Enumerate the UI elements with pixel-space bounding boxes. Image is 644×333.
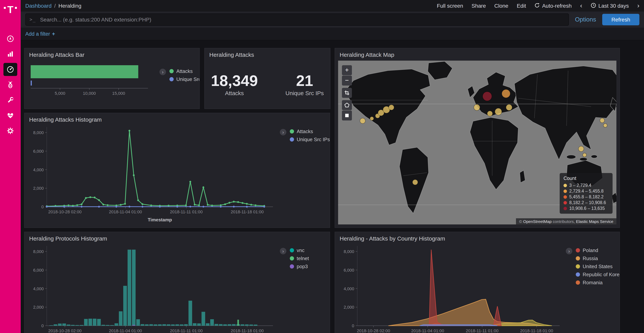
openstreetmap-link[interactable]: OpenStreetMap — [523, 219, 552, 224]
compass-icon — [6, 35, 14, 43]
legend-item[interactable]: Unique Src IPs — [170, 76, 200, 82]
svg-text:2018-11-04 01:00: 2018-11-04 01:00 — [411, 328, 444, 333]
attack-location-marker[interactable] — [495, 108, 502, 115]
svg-text:2018-10-28 02:00: 2018-10-28 02:00 — [48, 328, 82, 333]
attack-location-marker[interactable] — [603, 124, 607, 127]
attribution-prefix: © — [519, 219, 523, 224]
attack-location-marker[interactable] — [583, 153, 586, 157]
legend-label: Republic of Korea — [583, 272, 620, 277]
sidebar-item-discover[interactable] — [4, 32, 17, 45]
metric-value: 21 — [286, 72, 324, 89]
draw-rectangle-button[interactable] — [342, 111, 352, 120]
attack-location-marker[interactable] — [360, 118, 365, 124]
protocols-histogram-chart[interactable]: 02,0004,0006,0008,0002018-10-28 02:00201… — [28, 242, 276, 333]
legend-item[interactable]: Republic of Korea — [576, 272, 620, 277]
attack-location-marker[interactable] — [502, 89, 510, 98]
svg-text:2018-11-11 01:00: 2018-11-11 01:00 — [466, 328, 498, 333]
terminal-prompt-icon: >_ — [30, 17, 36, 22]
attacks-bar-chart[interactable]: 5,00010,00015,000 — [27, 59, 156, 107]
attack-location-marker[interactable] — [389, 105, 394, 110]
edit-button[interactable]: Edit — [517, 3, 526, 9]
sidebar-item-visualize[interactable] — [4, 48, 17, 61]
svg-text:2,000: 2,000 — [33, 305, 44, 309]
sidebar-item-monitoring[interactable] — [4, 109, 17, 122]
sidebar-item-management[interactable] — [4, 124, 17, 137]
breadcrumb-dashboard-link[interactable]: Dashboard — [25, 3, 52, 9]
clone-button[interactable]: Clone — [494, 3, 508, 9]
logo-dot-left — [4, 7, 6, 9]
chart-legend: › PolandRussiaUnited StatesRepublic of K… — [566, 247, 620, 285]
refresh-button[interactable]: Refresh — [602, 14, 640, 25]
panel-title: Heralding Attacks Histogram — [29, 116, 102, 123]
legend-toggle-icon[interactable]: › — [280, 248, 286, 254]
map-legend-row: 3 – 2,729.4 — [564, 183, 609, 188]
attack-location-marker[interactable] — [412, 180, 418, 185]
sidebar-item-devtools[interactable] — [4, 94, 17, 107]
elastic-maps-service-link[interactable]: Elastic Maps Service — [576, 219, 613, 224]
search-input[interactable] — [39, 16, 565, 23]
add-filter-button[interactable]: Add a filter + — [25, 31, 55, 37]
attack-location-marker[interactable] — [370, 117, 374, 120]
legend-color-dot — [290, 137, 294, 142]
time-back-arrow[interactable]: ‹ — [580, 3, 582, 9]
legend-item[interactable]: pop3 — [290, 263, 309, 269]
map-legend-dot — [564, 195, 567, 199]
legend-label: pop3 — [297, 263, 308, 269]
full-screen-button[interactable]: Full screen — [437, 3, 463, 9]
legend-item[interactable]: telnet — [290, 255, 309, 261]
world-map[interactable]: + − Count 3 – 2,729.42,729.4 – 5, — [338, 61, 616, 224]
svg-text:2018-11-04 01:00: 2018-11-04 01:00 — [109, 328, 142, 333]
auto-refresh-button[interactable]: Auto-refresh — [534, 3, 572, 9]
legend-color-dot — [576, 280, 580, 285]
legend-item[interactable]: Attacks — [290, 129, 330, 134]
attack-location-marker[interactable] — [482, 92, 492, 101]
country-histogram-chart[interactable]: 02,0004,0006,0008,0002018-10-28 02:00201… — [338, 242, 563, 333]
legend-toggle-icon[interactable]: › — [566, 248, 572, 254]
panel-title: Heralding Attacks Bar — [29, 51, 84, 58]
zoom-in-button[interactable]: + — [342, 65, 352, 75]
svg-text:2018-10-28 02:00: 2018-10-28 02:00 — [48, 209, 82, 214]
legend-item[interactable]: United States — [576, 263, 620, 269]
map-legend-label: 3 – 2,729.4 — [569, 183, 591, 188]
attack-location-marker[interactable] — [506, 104, 512, 111]
time-range-picker[interactable]: Last 30 days — [591, 3, 629, 9]
clock-icon — [591, 3, 596, 9]
draw-polygon-button[interactable] — [342, 100, 352, 110]
legend-item[interactable]: Poland — [576, 247, 620, 253]
map-legend-label: 8,182.2 – 10,908.6 — [569, 200, 606, 205]
time-forward-arrow[interactable]: › — [637, 3, 640, 9]
metric-group: 18,349 Attacks 21 Unique Src IPs — [205, 60, 330, 109]
breadcrumb: Dashboard / Heralding — [25, 3, 82, 9]
fit-bounds-button[interactable] — [342, 88, 352, 98]
legend-item[interactable]: Romania — [576, 280, 620, 285]
sidebar-item-dashboard[interactable] — [4, 63, 17, 76]
attacks-histogram-chart[interactable]: 02,0004,0006,0008,0002018-10-28 02:00201… — [28, 123, 276, 224]
legend-item[interactable]: Russia — [576, 255, 620, 261]
legend-toggle-icon[interactable]: › — [280, 129, 286, 135]
map-legend-row: 10,908.6 – 13,635 — [564, 206, 609, 211]
attack-location-marker[interactable] — [600, 118, 604, 123]
svg-text:0: 0 — [42, 323, 44, 328]
query-options-link[interactable]: Options — [575, 16, 596, 23]
logo-dot-right — [15, 7, 17, 9]
sidebar-item-tpot[interactable] — [4, 78, 17, 91]
legend-item[interactable]: Unique Src IPs — [290, 137, 330, 142]
legend-label: Attacks — [297, 129, 313, 134]
attack-location-marker[interactable] — [578, 146, 584, 152]
legend-item[interactable]: Attacks — [170, 68, 200, 74]
legend-label: Romania — [583, 280, 602, 285]
zoom-out-button[interactable]: − — [342, 76, 352, 86]
plus-icon: + — [52, 31, 55, 37]
panel-attacks-histogram: Heralding Attacks Histogram 02,0004,0006… — [24, 113, 330, 228]
search-input-box[interactable]: >_ — [25, 14, 569, 26]
legend-toggle-icon[interactable]: › — [160, 69, 166, 75]
share-button[interactable]: Share — [472, 3, 486, 9]
attack-location-marker[interactable] — [474, 104, 480, 111]
telekom-logo[interactable]: T — [0, 0, 21, 29]
attack-location-marker[interactable] — [487, 111, 492, 116]
bar-chart-icon — [6, 50, 14, 58]
map-legend-label: 10,908.6 – 13,635 — [569, 206, 605, 211]
map-legend-title: Count — [564, 176, 609, 181]
map-legend-row: 8,182.2 – 10,908.6 — [564, 200, 609, 205]
legend-item[interactable]: vnc — [290, 247, 309, 253]
